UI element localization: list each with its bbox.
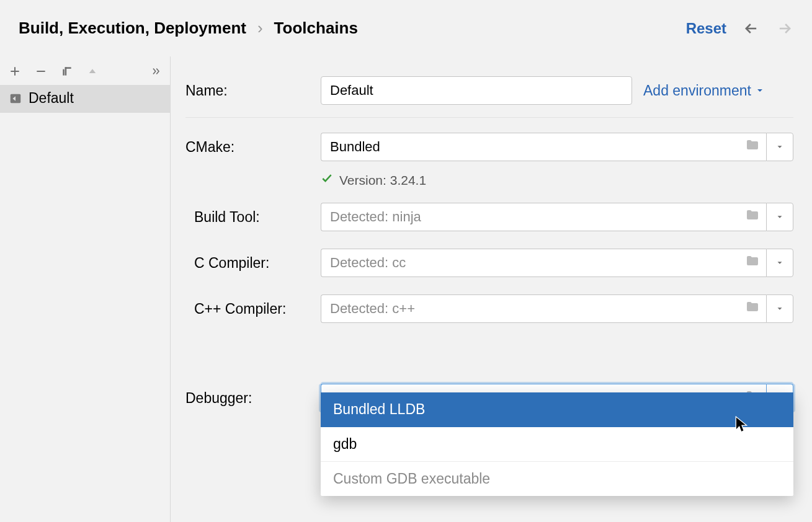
cmake-input[interactable]: Bundled [321,133,766,161]
separator [185,117,793,118]
chevron-down-icon [775,259,784,267]
folder-icon[interactable] [745,254,760,272]
content: Default Name: Add environment CMake: Bun… [0,56,812,522]
sidebar-toolbar [0,61,170,85]
folder-icon[interactable] [745,299,760,318]
breadcrumb: Build, Execution, Deployment › Toolchain… [19,19,358,38]
remove-icon[interactable] [35,65,47,77]
chevron-down-icon [755,86,765,95]
cppcompiler-placeholder: Detected: c++ [330,301,415,317]
dropdown-item-custom-gdb[interactable]: Custom GDB executable [321,462,793,496]
forward-icon[interactable] [776,20,793,37]
chevron-down-icon [775,143,784,151]
buildtool-input[interactable]: Detected: ninja [321,203,766,231]
more-icon[interactable] [149,66,161,77]
dropdown-item-bundled-lldb[interactable]: Bundled LLDB [321,392,793,427]
cmake-value: Bundled [330,139,380,155]
toolchain-icon [9,92,22,105]
buildtool-label: Build Tool: [185,209,321,226]
ccompiler-label: C Compiler: [185,255,321,272]
cmake-combo[interactable]: Bundled [321,133,793,161]
buildtool-placeholder: Detected: ninja [330,209,421,225]
ccompiler-placeholder: Detected: cc [330,255,406,271]
cmake-label: CMake: [185,139,321,156]
chevron-down-icon [775,213,784,221]
breadcrumb-current: Toolchains [274,19,358,38]
cppcompiler-input[interactable]: Detected: c++ [321,294,766,323]
dropdown-item-gdb[interactable]: gdb [321,427,793,462]
buildtool-combo[interactable]: Detected: ninja [321,203,793,231]
cmake-status: Version: 3.24.1 [321,172,793,188]
cmake-dropdown-button[interactable] [766,133,793,161]
ccompiler-input[interactable]: Detected: cc [321,249,766,277]
svg-rect-1 [65,67,67,75]
ccompiler-dropdown-button[interactable] [766,249,793,277]
reset-button[interactable]: Reset [686,20,726,37]
copy-icon[interactable] [61,65,73,77]
header-bar: Build, Execution, Deployment › Toolchain… [0,0,812,56]
sidebar: Default [0,56,171,522]
add-icon[interactable] [9,65,21,77]
folder-icon[interactable] [745,208,760,226]
up-icon[interactable] [87,66,98,77]
name-input[interactable] [321,76,632,105]
row-cppcompiler: C++ Compiler: Detected: c++ [185,286,793,332]
row-name: Name: Add environment [185,68,793,113]
cppcompiler-combo[interactable]: Detected: c++ [321,294,793,323]
cmake-version-text: Version: 3.24.1 [339,173,426,188]
row-ccompiler: C Compiler: Detected: cc [185,240,793,286]
check-icon [321,172,333,188]
sidebar-list: Default [0,85,170,113]
add-environment-label: Add environment [643,82,751,99]
cppcompiler-dropdown-button[interactable] [766,294,793,323]
row-cmake: CMake: Bundled [185,124,793,170]
chevron-down-icon [775,304,784,313]
buildtool-dropdown-button[interactable] [766,203,793,231]
svg-rect-2 [63,69,65,76]
row-buildtool: Build Tool: Detected: ninja [185,194,793,240]
folder-icon[interactable] [745,138,760,156]
breadcrumb-parent[interactable]: Build, Execution, Deployment [19,19,246,38]
debugger-label: Debugger: [185,390,321,407]
name-label: Name: [185,82,321,99]
sidebar-item-default[interactable]: Default [0,85,170,113]
header-actions: Reset [686,20,793,37]
chevron-right-icon: › [257,19,263,38]
cppcompiler-label: C++ Compiler: [185,301,321,317]
add-environment-button[interactable]: Add environment [643,82,765,99]
debugger-dropdown: Bundled LLDB gdb Custom GDB executable [321,392,793,496]
sidebar-item-label: Default [29,90,74,107]
ccompiler-combo[interactable]: Detected: cc [321,249,793,277]
back-icon[interactable] [743,20,760,37]
main-panel: Name: Add environment CMake: Bundled [171,56,812,522]
